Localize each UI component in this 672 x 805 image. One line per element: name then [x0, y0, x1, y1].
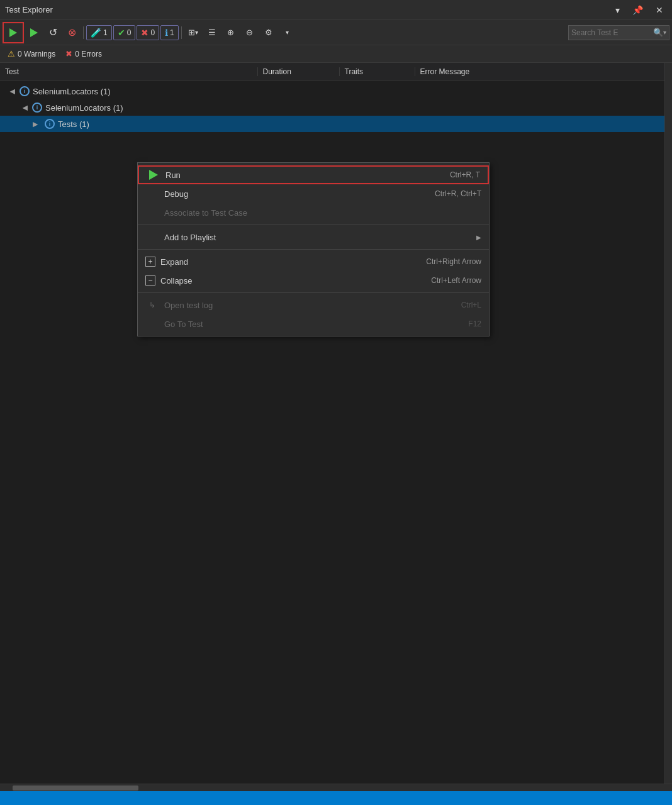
toolbar: ↺ ⊗ 🧪 1 ✔ 0 ✖ 0 ℹ 1 ⊞▾ ☰ ⊕ ⊖ ⚙ ▾ � — [0, 20, 672, 45]
separator-1 — [83, 26, 84, 39]
tree-row[interactable]: ▶ i Tests (1) — [0, 116, 672, 132]
tree-row[interactable]: ▶ i SeleniumLocators (1) — [0, 99, 672, 116]
bottom-bar — [0, 791, 672, 805]
expand-icon-3[interactable]: ▶ — [30, 119, 40, 129]
warnings-status: ⚠ 0 Warnings — [8, 49, 55, 58]
close-btn[interactable]: ✕ — [652, 4, 667, 16]
testlog-label: Open test log — [164, 301, 213, 310]
col-test-header: Test — [0, 67, 258, 76]
run-button[interactable] — [25, 24, 43, 42]
menu-separator-2 — [138, 249, 489, 250]
horizontal-scrollbar[interactable] — [0, 784, 672, 791]
scrollbar-thumb[interactable] — [13, 786, 138, 791]
node-label-2: SeleniumLocators (1) — [45, 103, 123, 113]
refresh-button[interactable]: ↺ — [44, 24, 62, 42]
menu-separator-1 — [138, 225, 489, 225]
search-icon[interactable]: 🔍 — [653, 28, 663, 37]
flask-count: 1 — [103, 28, 108, 37]
col-duration-header: Duration — [258, 67, 340, 76]
debug-label: Debug — [164, 189, 188, 199]
pass-count: 0 — [127, 28, 132, 37]
fail-badge-btn[interactable]: ✖ 0 — [137, 25, 159, 40]
node-label-1: SeleniumLocators (1) — [33, 87, 111, 96]
title-bar: Test Explorer ▾ 📌 ✕ — [0, 0, 672, 20]
expand-shortcut: Ctrl+Right Arrow — [426, 257, 481, 266]
collapse-icon-2[interactable]: ▶ — [18, 103, 28, 113]
warnings-count: 0 Warnings — [18, 50, 55, 58]
pin-btn[interactable]: 📌 — [629, 4, 647, 16]
testlog-shortcut: Ctrl+L — [461, 301, 481, 309]
menu-item-run[interactable]: Run Ctrl+R, T — [138, 165, 489, 184]
search-box: 🔍 ▾ — [568, 25, 669, 40]
debug-shortcut: Ctrl+R, Ctrl+T — [435, 189, 481, 198]
menu-item-debug[interactable]: Debug Ctrl+R, Ctrl+T — [138, 184, 489, 203]
context-menu: Run Ctrl+R, T Debug Ctrl+R, Ctrl+T Assoc… — [137, 162, 490, 336]
title-bar-title: Test Explorer — [5, 5, 53, 14]
title-bar-controls: ▾ 📌 ✕ — [612, 4, 667, 16]
status-bar: ⚠ 0 Warnings ✖ 0 Errors — [0, 45, 672, 63]
collapse-label: Collapse — [160, 276, 193, 286]
collapse-shortcut: Ctrl+Left Arrow — [431, 276, 481, 285]
settings-dropdown-btn[interactable]: ▾ — [279, 24, 296, 42]
testlog-icon: ↳ — [145, 298, 159, 312]
x-icon: ✖ — [141, 28, 148, 38]
info-icon-2: i — [31, 102, 43, 113]
info-count: 1 — [170, 28, 174, 37]
group-btn[interactable]: ⊞▾ — [184, 24, 202, 42]
expand-all-btn[interactable]: ⊕ — [222, 24, 240, 42]
errors-status: ✖ 0 Errors — [65, 49, 102, 58]
error-icon: ✖ — [65, 49, 72, 58]
run-label: Run — [165, 170, 181, 180]
info-badge-btn[interactable]: ℹ 1 — [160, 25, 179, 40]
playlist-label: Add to Playlist — [164, 233, 216, 242]
col-error-header: Error Message — [415, 67, 673, 76]
cancel-button[interactable]: ⊗ — [63, 24, 81, 42]
info-icon: ℹ — [165, 28, 168, 38]
fail-count: 0 — [150, 28, 155, 37]
run-shortcut: Ctrl+R, T — [450, 170, 480, 179]
errors-count: 0 Errors — [75, 50, 102, 58]
search-dropdown-icon[interactable]: ▾ — [663, 29, 666, 36]
tree-area: ▶ i SeleniumLocators (1) ▶ i SeleniumLoc… — [0, 80, 672, 135]
submenu-arrow-icon: ▶ — [476, 234, 481, 241]
associate-label: Associate to Test Case — [164, 208, 247, 218]
vertical-scrollbar[interactable] — [664, 63, 672, 784]
node-label-3: Tests (1) — [58, 119, 89, 129]
tree-row[interactable]: ▶ i SeleniumLocators (1) — [0, 83, 672, 99]
expand-menu-icon: + — [145, 257, 155, 267]
collapse-icon-1[interactable]: ▶ — [5, 86, 15, 96]
search-input[interactable] — [571, 28, 653, 37]
settings-btn[interactable]: ⚙ — [260, 24, 277, 42]
flask-icon: 🧪 — [91, 28, 101, 38]
info-icon-1: i — [19, 86, 30, 97]
list-btn[interactable]: ☰ — [203, 24, 221, 42]
menu-item-collapse[interactable]: − Collapse Ctrl+Left Arrow — [138, 271, 489, 290]
gototest-label: Go To Test — [164, 319, 203, 329]
expand-label: Expand — [160, 257, 188, 267]
run-all-button-highlighted[interactable] — [3, 22, 24, 43]
collapse-menu-icon: − — [145, 275, 155, 286]
menu-item-gototest: Go To Test F12 — [138, 314, 489, 333]
run-menu-icon — [147, 168, 160, 182]
check-icon: ✔ — [118, 28, 125, 38]
separator-2 — [181, 26, 182, 39]
menu-separator-3 — [138, 292, 489, 293]
run-all-button[interactable] — [4, 24, 22, 42]
gototest-shortcut: F12 — [468, 319, 481, 328]
menu-item-associate: Associate to Test Case — [138, 203, 489, 222]
dropdown-btn[interactable]: ▾ — [612, 4, 624, 16]
menu-item-testlog: ↳ Open test log Ctrl+L — [138, 296, 489, 314]
column-headers: Test Duration Traits Error Message — [0, 63, 672, 80]
menu-item-playlist[interactable]: Add to Playlist ▶ — [138, 228, 489, 247]
info-icon-3: i — [44, 118, 55, 130]
flask-badge-btn[interactable]: 🧪 1 — [86, 25, 112, 40]
pass-badge-btn[interactable]: ✔ 0 — [113, 25, 136, 40]
collapse-all-btn[interactable]: ⊖ — [241, 24, 259, 42]
warning-icon: ⚠ — [8, 49, 15, 58]
col-traits-header: Traits — [340, 67, 415, 76]
menu-item-expand[interactable]: + Expand Ctrl+Right Arrow — [138, 252, 489, 271]
